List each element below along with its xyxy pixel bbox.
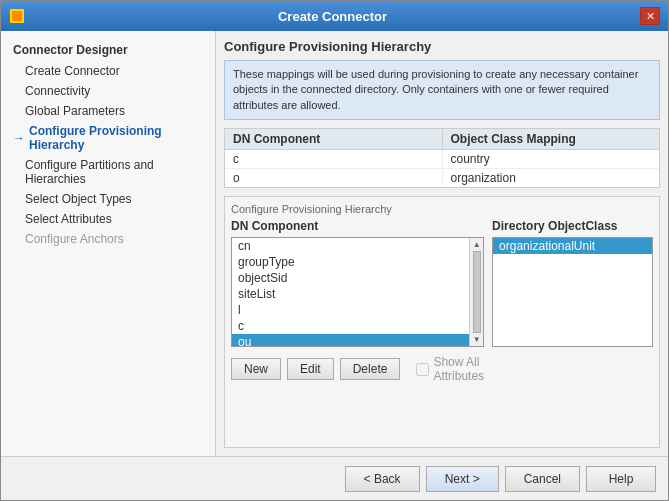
show-all-checkbox[interactable]: [416, 363, 429, 376]
sidebar-item-configure-anchors: Configure Anchors: [1, 229, 215, 249]
table-row[interactable]: o organization: [225, 169, 659, 187]
title-bar: Create Connector ✕: [1, 1, 668, 31]
next-button[interactable]: Next >: [426, 466, 499, 492]
sidebar-item-create-connector[interactable]: Create Connector: [1, 61, 215, 81]
help-button[interactable]: Help: [586, 466, 656, 492]
dn-scrollbar[interactable]: ▲ ▼: [469, 238, 483, 346]
list-item[interactable]: l: [232, 302, 483, 318]
sidebar-item-global-parameters[interactable]: Global Parameters: [1, 101, 215, 121]
object-class-label: Directory ObjectClass: [492, 219, 653, 233]
new-button[interactable]: New: [231, 358, 281, 380]
list-item[interactable]: cn: [232, 238, 483, 254]
table-row[interactable]: c country: [225, 150, 659, 169]
col-object-class-mapping: Object Class Mapping: [443, 129, 660, 149]
dn-component-label: DN Component: [231, 219, 484, 233]
object-class-listbox[interactable]: organizationalUnit: [492, 237, 653, 347]
sidebar-section-title: Connector Designer: [1, 39, 215, 61]
back-button[interactable]: < Back: [345, 466, 420, 492]
configure-section-title: Configure Provisioning Hierarchy: [231, 203, 653, 215]
show-all-label: Show All Attributes: [433, 355, 484, 383]
list-item-organizational-unit[interactable]: organizationalUnit: [493, 238, 652, 254]
sidebar-item-configure-provisioning-hierarchy[interactable]: Configure Provisioning Hierarchy: [1, 121, 215, 155]
list-item[interactable]: objectSid: [232, 270, 483, 286]
sidebar: Connector Designer Create Connector Conn…: [1, 31, 216, 456]
sidebar-item-configure-partitions[interactable]: Configure Partitions and Hierarchies: [1, 155, 215, 189]
main-window: Create Connector ✕ Connector Designer Cr…: [0, 0, 669, 501]
panel-title: Configure Provisioning Hierarchy: [224, 39, 660, 54]
sidebar-item-connectivity[interactable]: Connectivity: [1, 81, 215, 101]
table-header: DN Component Object Class Mapping: [225, 129, 659, 150]
edit-button[interactable]: Edit: [287, 358, 334, 380]
app-icon: [9, 8, 25, 24]
show-all-checkbox-area: Show All Attributes: [416, 355, 484, 383]
title-bar-controls: ✕: [640, 7, 660, 25]
dn-component-c: c: [225, 150, 443, 168]
close-button[interactable]: ✕: [640, 7, 660, 25]
list-item-ou-selected[interactable]: ou: [232, 334, 483, 347]
dn-component-listbox[interactable]: cn groupType objectSid siteList l c ou ▲…: [231, 237, 484, 347]
info-box: These mappings will be used during provi…: [224, 60, 660, 120]
right-panel: Configure Provisioning Hierarchy These m…: [216, 31, 668, 456]
mapping-country: country: [443, 150, 660, 168]
delete-button[interactable]: Delete: [340, 358, 401, 380]
sidebar-item-select-attributes[interactable]: Select Attributes: [1, 209, 215, 229]
mapping-organization: organization: [443, 169, 660, 187]
footer: < Back Next > Cancel Help: [1, 456, 668, 500]
dn-component-o: o: [225, 169, 443, 187]
dn-mapping-table: DN Component Object Class Mapping c coun…: [224, 128, 660, 188]
sidebar-item-select-object-types[interactable]: Select Object Types: [1, 189, 215, 209]
configure-provisioning-section: Configure Provisioning Hierarchy DN Comp…: [224, 196, 660, 448]
svg-rect-1: [12, 11, 22, 21]
dn-component-container: DN Component cn groupType objectSid site…: [231, 219, 484, 383]
configure-inner: DN Component cn groupType objectSid site…: [231, 219, 653, 383]
list-item[interactable]: siteList: [232, 286, 483, 302]
cancel-button[interactable]: Cancel: [505, 466, 580, 492]
col-dn-component: DN Component: [225, 129, 443, 149]
list-item[interactable]: c: [232, 318, 483, 334]
main-content: Connector Designer Create Connector Conn…: [1, 31, 668, 456]
window-title: Create Connector: [25, 9, 640, 24]
list-item[interactable]: groupType: [232, 254, 483, 270]
object-class-container: Directory ObjectClass organizationalUnit: [492, 219, 653, 383]
dn-buttons-row: New Edit Delete Show All Attributes: [231, 355, 484, 383]
